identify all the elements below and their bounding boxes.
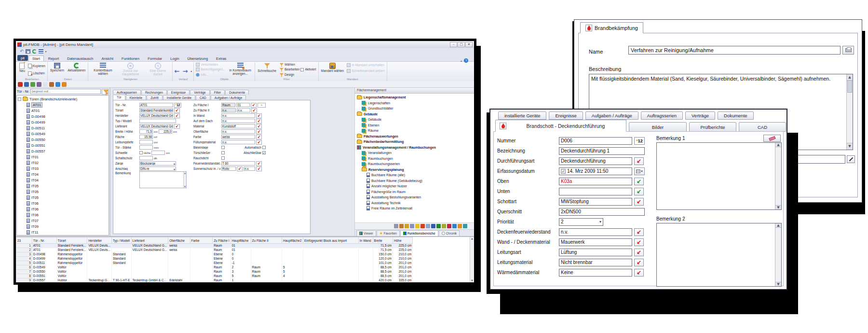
number-generator-button[interactable] — [174, 103, 181, 108]
reference-flag-icon[interactable] — [256, 140, 262, 145]
zu-flaeche1-field[interactable]: 01 — [236, 103, 250, 107]
tree-item[interactable]: IT05 — [17, 189, 108, 194]
number-generator-button[interactable] — [634, 137, 645, 145]
grid-header-cell[interactable]: Zu Fläche II — [251, 237, 282, 244]
palette-icon[interactable] — [62, 82, 67, 87]
grid-header-cell[interactable]: Lieferant — [131, 237, 168, 244]
leibungstiefe-field[interactable] — [139, 140, 153, 144]
ribbon-tab[interactable]: Extras — [212, 56, 230, 61]
in-wand-field[interactable]: n.v. — [221, 113, 255, 118]
grid-header-cell[interactable]: Farbe — [190, 237, 213, 244]
help-icon[interactable] — [464, 58, 468, 63]
tree-item[interactable]: IT06 — [17, 206, 108, 212]
tree-item[interactable]: D-00550 — [17, 137, 108, 142]
aktiviert-checkbox[interactable] — [300, 68, 304, 71]
tree-item[interactable]: IT11 — [17, 229, 108, 235]
permissions-button[interactable]: Berechtigungen... — [195, 67, 226, 72]
qat-dropdown-icon[interactable] — [45, 49, 47, 54]
context-tree-item[interactable]: Ausstattung Bestuhlungsvarianten — [355, 194, 474, 200]
grid-header-cell[interactable]: Hersteller — [87, 237, 112, 244]
table-row[interactable]: 3D-00498RahmendoppeltürStandardEbene0150… — [16, 252, 474, 257]
grid-icon[interactable] — [394, 224, 398, 228]
filter-select-button[interactable]: Wählen — [279, 62, 317, 67]
copy-button[interactable]: Kopieren — [27, 64, 46, 69]
grid-header-cell[interactable]: Höhe — [393, 237, 413, 244]
table-row[interactable]: 1AT01Standard Fensterk...VELUX Deuts...V… — [16, 244, 474, 248]
breite-field[interactable]: 71,5 — [139, 129, 153, 134]
tab-bilder[interactable]: Bilder — [629, 122, 687, 132]
deckenfeuerwiederstand-field[interactable]: n.v. — [559, 228, 632, 236]
oben-field[interactable]: K03a — [559, 178, 632, 185]
grid-header-cell[interactable]: 23 — [16, 237, 32, 244]
table-row[interactable]: 9D-00557HubtorTeckentrup G...T 90-1-HT-E… — [16, 278, 474, 283]
context-tree-item[interactable]: Freie Räume im Zeitintervall — [355, 206, 474, 211]
cherry-icon[interactable] — [447, 224, 451, 228]
date-checkbox[interactable] — [561, 169, 566, 174]
dialog-tab[interactable]: Verträge — [685, 111, 715, 120]
fire-icon[interactable] — [420, 224, 425, 228]
tree-item[interactable]: IT05 — [17, 183, 108, 189]
wand-deckenmaterial-field[interactable]: Mauerwerk — [559, 238, 632, 246]
tree-item[interactable]: D-00498 — [17, 113, 108, 119]
scrollbar-thumb[interactable] — [847, 80, 852, 93]
write-mandant-button[interactable]: Schreibmandant setzen — [346, 69, 385, 73]
scrollbar[interactable] — [183, 172, 186, 188]
dialog-tab[interactable]: Dokumente — [718, 111, 754, 120]
schwelle-hoehe-field[interactable] — [151, 151, 165, 155]
tree-item[interactable]: IT01 — [17, 154, 108, 160]
bemerkung1-textarea[interactable] — [656, 142, 782, 210]
grid-scrollbar[interactable] — [470, 237, 474, 282]
context-tree-item[interactable]: Räume — [355, 128, 474, 134]
tree-item[interactable]: AT01 — [17, 102, 108, 108]
leitungsmaterial-field[interactable]: Nicht brennbar — [559, 259, 632, 266]
name-lookup-button[interactable] — [842, 46, 854, 55]
switch-mandant-button[interactable]: In Mandant umschalten — [346, 63, 385, 68]
grid-header-cell[interactable]: Einfügepunkt Block aus Import — [303, 237, 358, 244]
schallschutz-field[interactable] — [139, 156, 153, 160]
grid-header-cell[interactable]: Hauptfläche2 — [282, 237, 303, 244]
context-tree-item[interactable]: Grundbuchblätter — [355, 106, 474, 111]
hoehe-field[interactable]: 225,0 — [159, 129, 172, 134]
car-icon[interactable] — [18, 82, 23, 87]
minimize-button[interactable]: – — [450, 42, 457, 47]
info-button[interactable]: Info... — [195, 72, 226, 77]
reference-flag-icon[interactable] — [634, 198, 644, 206]
table-row[interactable]: 7D-00550VolltürRaum3Raum588,5 cm201,0 cm — [16, 270, 474, 274]
form-tab[interactable]: Verträge — [190, 90, 210, 95]
typ-modell-field[interactable] — [139, 119, 176, 123]
filter-design-button[interactable]: Design — [279, 72, 317, 77]
maximize-button[interactable]: ▢ — [458, 42, 465, 47]
grid-header-cell[interactable]: Türart — [56, 237, 87, 244]
schwelle-checkbox[interactable] — [139, 151, 143, 154]
reference-flag-icon[interactable] — [634, 228, 644, 236]
scrollbar[interactable] — [846, 74, 853, 150]
ribbon-tab[interactable]: Funktionen — [118, 56, 143, 61]
form-tab[interactable]: Tür — [113, 95, 125, 100]
grid-header-cell[interactable]: In Wand — [358, 237, 373, 244]
sonnenschutz-aussen-field[interactable]: n.v. — [244, 166, 255, 171]
dialog-tab[interactable]: Aufgaben / Aufträge — [585, 111, 638, 120]
context-tree-item[interactable]: Raumbuchungsserien — [355, 161, 474, 167]
grid-header-cell[interactable]: Tür - Nr. — [32, 237, 56, 244]
leitungsart-field[interactable]: Lüftung — [559, 249, 632, 256]
material-field[interactable]: Kunststoff — [221, 124, 255, 128]
refresh-icon[interactable] — [32, 49, 37, 54]
bemerkung-textarea[interactable] — [139, 171, 187, 188]
reference-flag-icon[interactable] — [256, 113, 262, 118]
ribbon-tab[interactable]: Formular — [144, 56, 166, 61]
tab-pruefberichte[interactable]: Prüfberichte — [689, 122, 736, 132]
prioritaet-select[interactable]: 2 — [559, 218, 603, 226]
collapse-ribbon-icon[interactable] — [461, 59, 462, 62]
tuerart-field[interactable]: Standard Fensterkombination — [139, 108, 173, 112]
pen-icon[interactable] — [431, 224, 435, 228]
tree-item[interactable]: IT02 — [17, 160, 108, 166]
reference-flag-icon[interactable] — [251, 103, 257, 108]
search-input[interactable] — [30, 89, 101, 94]
scrollbar[interactable] — [775, 143, 781, 209]
edit-button[interactable] — [847, 155, 855, 163]
tab-cad[interactable]: CAD — [739, 122, 786, 132]
close-button[interactable]: ✕ — [465, 42, 473, 47]
ribbon-tab[interactable]: Übersetzung — [184, 56, 212, 61]
form-tab[interactable]: Dokumente — [225, 90, 249, 95]
context-tree-item[interactable]: Buchbare Räume (Gebäudebezug) — [355, 178, 474, 184]
